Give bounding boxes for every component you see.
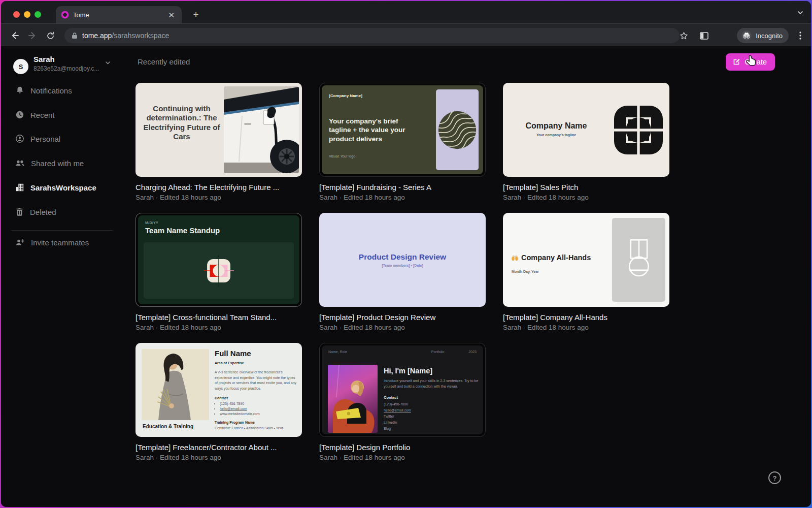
sidebar-item-recent[interactable]: Recent: [1, 105, 123, 125]
contact-item: Twitter: [384, 415, 483, 418]
abstract-square-logo: [614, 106, 663, 154]
back-button[interactable]: [8, 29, 21, 42]
create-button[interactable]: Create: [726, 53, 775, 71]
sidebar-item-notifications[interactable]: Notifications: [1, 80, 123, 101]
tab-search-chevron-icon[interactable]: [797, 9, 804, 18]
thumb-name: Full Name: [215, 349, 297, 358]
user-email: 8263e52a@moodjoy.c...: [33, 65, 99, 72]
zoom-window-button[interactable]: [35, 11, 41, 18]
side-panel-button[interactable]: [697, 29, 710, 42]
thumb-subtitle: [Team members] • [Date]: [319, 264, 486, 267]
card-product-design-review[interactable]: Product Design Review [Team members] • […: [319, 213, 486, 331]
card-fundraising-series-a[interactable]: [Company Name] Your company's brief tagl…: [319, 83, 486, 201]
thumb-education-label: Education & Training: [143, 424, 193, 429]
tab-title: Tome: [73, 11, 162, 19]
thumb-date: M/D/YY: [145, 221, 158, 225]
sidebar-item-label: Recent: [30, 111, 55, 119]
card-sales-pitch[interactable]: Company Name Your company's tagline [Tem…: [503, 83, 669, 201]
address-bar[interactable]: tome.app/sarahsworkspace: [64, 28, 680, 43]
browser-tab[interactable]: Tome ✕: [56, 6, 182, 23]
sidebar-item-label: SarahsWorkspace: [30, 183, 96, 192]
thumbnail: Company All-Hands Month Day, Year: [503, 213, 669, 307]
thumb-headline: Continuing with determination.: The Elec…: [142, 104, 222, 155]
sidebar-item-label: Deleted: [30, 208, 56, 216]
browser-toolbar: tome.app/sarahsworkspace Incognito: [1, 23, 811, 46]
avatar[interactable]: S: [13, 59, 28, 74]
thumbnail: M/D/YY Team Name Standup: [136, 213, 302, 307]
bookmark-star-button[interactable]: [677, 29, 690, 42]
card-team-standup[interactable]: M/D/YY Team Name Standup: [136, 213, 302, 331]
contact-item: (123)-456-7890: [220, 402, 297, 405]
clock-icon: [15, 110, 24, 119]
card-title: Charging Ahead: The Electrifying Future …: [136, 183, 302, 192]
card-title: [Template] Design Portfolio: [319, 443, 486, 452]
help-icon: ?: [768, 471, 782, 485]
url-text: tome.app/sarahsworkspace: [82, 31, 169, 40]
card-company-all-hands[interactable]: Company All-Hands Month Day, Year: [503, 213, 669, 331]
screen: Tome ✕ + tome.app/sarahsworkspace: [0, 0, 812, 508]
contact-item: hello@email.com: [384, 408, 483, 412]
create-button-label: Create: [745, 58, 767, 66]
user-menu-chevron-icon[interactable]: [105, 59, 111, 68]
contact-item: Blog: [384, 427, 483, 430]
minimize-window-button[interactable]: [24, 11, 30, 18]
card-meta: Sarah · Edited 18 hours ago: [136, 194, 302, 201]
card-meta: Sarah · Edited 18 hours ago: [319, 324, 486, 331]
sidebar-item-shared-with-me[interactable]: Shared with me: [1, 153, 123, 173]
incognito-label: Incognito: [756, 32, 783, 40]
sidebar-divider: [11, 230, 113, 231]
thumb-expertise-label: Area of Expertise: [215, 361, 297, 365]
url-path: /sarahsworkspace: [112, 31, 169, 40]
thumb-headline: Your company's brief tagline + the value…: [329, 117, 415, 143]
thumbnail: Continuing with determination.: The Elec…: [136, 83, 302, 177]
thumb-headline: Company All-Hands: [521, 253, 591, 262]
thumbnail: Product Design Review [Team members] • […: [319, 213, 486, 307]
contact-item: www.websitedomain.com: [220, 412, 297, 416]
thumb-intro: Introduce yourself and your skills in 2-…: [384, 378, 483, 390]
sidebar-item-workspace[interactable]: SarahsWorkspace: [1, 177, 123, 198]
browser-window: Tome ✕ + tome.app/sarahsworkspace: [1, 1, 811, 507]
person-plus-icon: [15, 238, 25, 247]
recently-edited-grid: Continuing with determination.: The Elec…: [136, 83, 671, 461]
thumb-headline: Hi, I'm [Name]: [384, 367, 483, 375]
logo-panel: [612, 218, 665, 302]
incognito-badge: Incognito: [737, 28, 789, 43]
card-freelancer-about[interactable]: Education & Training Full Name Area of E…: [136, 343, 302, 461]
tome-app: S Sarah 8263e52a@moodjoy.c... Notificati…: [1, 46, 811, 507]
freelancer-photo: [142, 349, 209, 420]
wavy-circle-logo: [438, 111, 477, 149]
sidebar-item-label: Notifications: [30, 86, 72, 95]
card-title: [Template] Sales Pitch: [503, 183, 669, 192]
thumb-header-center: Portfolio: [431, 350, 445, 354]
card-meta: Sarah · Edited 18 hours ago: [136, 324, 302, 331]
thumb-header-left: Name, Role: [328, 350, 347, 354]
url-host: tome.app: [82, 31, 112, 40]
close-window-button[interactable]: [13, 11, 20, 18]
thumb-company: Company Name: [503, 121, 610, 131]
standup-logo: [204, 255, 234, 287]
card-design-portfolio[interactable]: Name, Role Portfolio 2023: [319, 343, 486, 461]
sidebar-item-label: Shared with me: [31, 159, 84, 168]
thumb-header-right: 2023: [468, 350, 477, 354]
card-title: [Template] Company All-Hands: [503, 313, 669, 322]
sidebar-item-deleted[interactable]: Deleted: [1, 202, 123, 222]
thumb-contact-list: (123)-456-7890 hello@email.com www.websi…: [220, 402, 297, 416]
reload-button[interactable]: [44, 29, 57, 42]
new-tab-button[interactable]: +: [190, 9, 202, 21]
sidebar-item-invite-teammates[interactable]: Invite teammates: [1, 232, 123, 252]
bell-icon: [15, 86, 24, 95]
card-charging-ahead[interactable]: Continuing with determination.: The Elec…: [136, 83, 302, 201]
thumb-contact-label: Contact: [215, 396, 297, 400]
sidebar: S Sarah 8263e52a@moodjoy.c... Notificati…: [1, 46, 123, 507]
tab-close-icon[interactable]: ✕: [166, 10, 177, 20]
help-button[interactable]: ?: [767, 470, 782, 485]
browser-menu-button[interactable]: [794, 29, 807, 42]
card-meta: Sarah · Edited 18 hours ago: [319, 194, 486, 201]
sidebar-item-personal[interactable]: Personal: [1, 129, 123, 149]
contact-item: LinkedIn: [384, 421, 483, 424]
card-title: [Template] Freelancer/Contractor About .…: [136, 443, 302, 452]
thumb-tagline: Your company's tagline: [503, 133, 610, 137]
forward-button[interactable]: [26, 29, 39, 42]
incognito-icon: [741, 30, 752, 41]
thumb-training-detail: Certificate Earned • Associated Skills •…: [215, 426, 297, 430]
